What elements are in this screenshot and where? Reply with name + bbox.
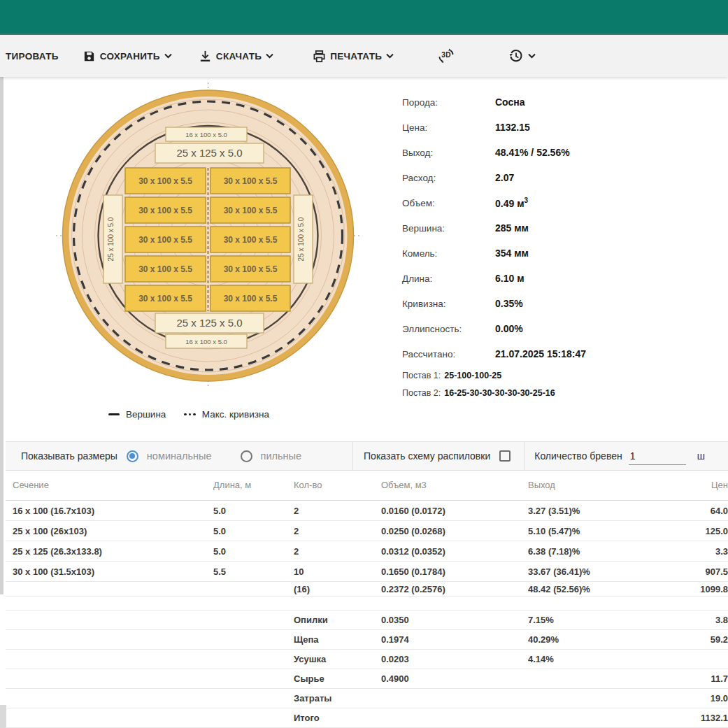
log-count-unit: ш [697,450,705,462]
prop-postav-1: Постав 1:25-100-100-25 [402,366,725,384]
svg-text:30 x 100 x 5.5: 30 x 100 x 5.5 [224,206,278,215]
radio-saw-label[interactable]: пильные [261,450,301,462]
results-table: Сечение Длина, м Кол-во Объем, м3 Выход … [6,469,728,728]
print-button[interactable]: ПЕЧАТАТЬ [308,49,398,64]
board-30x100-row5-left[interactable]: 30 x 100 x 5.5 [125,285,206,311]
svg-text:30 x 100 x 5.5: 30 x 100 x 5.5 [224,235,278,245]
board-16x100-top[interactable]: 16 x 100 x 5.0 [166,127,247,141]
board-25x100-left[interactable]: 25 x 100 x 5.0 [104,195,122,283]
legend-top-label: Вершина [126,409,166,420]
radio-nominal-label[interactable]: номинальные [147,450,212,462]
radio-saw-sizes[interactable] [241,450,252,462]
download-button[interactable]: СКАЧАТЬ [194,49,278,64]
svg-text:30 x 100 x 5.5: 30 x 100 x 5.5 [138,264,192,274]
dotted-line-swatch [184,413,196,416]
svg-text:30 x 100 x 5.5: 30 x 100 x 5.5 [138,235,192,245]
table-row: 25 x 125 (26.3x133.8)5.020.0312 (0.0352)… [6,541,728,562]
prop-curvature: Кривизна:0.35% [402,291,725,316]
view-3d-button[interactable]: 3D [431,46,461,66]
chevron-down-icon [528,53,536,59]
rotate-3d-icon: 3D [436,47,457,65]
app-header-bar [0,0,728,35]
svg-text:25 x 125 x 5.0: 25 x 125 x 5.0 [176,147,242,159]
legend-curvature-label: Макс. кривизна [202,409,269,420]
board-30x100-row1-right[interactable]: 30 x 100 x 5.5 [210,168,290,194]
log-count-input[interactable] [629,448,686,465]
download-icon [199,50,212,63]
board-30x100-row2-left[interactable]: 30 x 100 x 5.5 [125,197,206,223]
table-row-sawdust: Опилки0.03507.15%3.8 [6,611,728,630]
svg-text:3D: 3D [442,51,451,59]
prop-length: Длина:6.10 м [402,266,725,291]
prop-ellipticity: Эллипсность:0.00% [402,316,725,341]
table-row: 30 x 100 (31.5x103)5.5100.1650 (0.1784)3… [6,562,728,582]
table-row-shrinkage: Усушка0.02034.14% [6,650,728,669]
svg-text:25 x 100 x 5.0: 25 x 100 x 5.0 [107,217,115,261]
download-button-label: СКАЧАТЬ [216,51,262,62]
table-row-raw-material: Сырье0.490011.7 [6,669,728,689]
board-16x100-bottom[interactable]: 16 x 100 x 5.0 [166,334,247,348]
chevron-down-icon [386,53,394,59]
prop-top-diameter: Вершина:285 мм [402,215,725,241]
table-row: 25 x 100 (26x103)5.020.0250 (0.0268)5.10… [6,521,728,541]
edit-button[interactable]: ТИРОВАТЬ [1,50,63,62]
diagram-legend: Вершина Макс. кривизна [108,409,269,420]
svg-text:25 x 100 x 5.0: 25 x 100 x 5.0 [297,217,305,261]
board-30x100-row4-right[interactable]: 30 x 100 x 5.5 [210,256,290,282]
board-30x100-row4-left[interactable]: 30 x 100 x 5.5 [125,256,206,282]
save-icon [83,50,96,63]
history-icon [508,48,524,64]
table-row-chips: Щепа0.197440.29%59.2 [6,630,728,650]
table-row-total: Итого1132.1 [6,708,728,728]
radio-nominal-sizes[interactable] [127,450,138,462]
board-25x125-top[interactable]: 25 x 125 x 5.0 [155,143,264,163]
log-cross-section-diagram: 16 x 100 x 5.0 25 x 125 x 5.0 30 x 100 x… [56,83,362,389]
board-25x125-bottom[interactable]: 25 x 125 x 5.0 [155,313,264,333]
svg-text:30 x 100 x 5.5: 30 x 100 x 5.5 [138,294,192,304]
prop-consumption: Расход:2.07 [402,165,725,190]
log-count-label: Количество бревен [534,450,622,462]
solid-line-swatch [108,413,120,415]
prop-species: Порода:Сосна [402,90,725,115]
history-button[interactable] [504,48,540,64]
table-totals-row: (16)0.2372 (0.2576)48.42 (52.56)%1099.8 [6,582,728,597]
print-icon [313,50,326,63]
board-30x100-row5-right[interactable]: 30 x 100 x 5.5 [210,285,290,311]
prop-yield: Выход:48.41% / 52.56% [402,140,725,165]
show-scheme-label: Показать схему распиловки [364,450,490,462]
save-button[interactable]: СОХРАНИТЬ [78,49,176,64]
svg-text:30 x 100 x 5.5: 30 x 100 x 5.5 [138,206,192,215]
divider [524,442,524,470]
print-button-label: ПЕЧАТАТЬ [330,51,382,62]
prop-calculated: Рассчитано:21.07.2025 15:18:47 [402,341,725,366]
save-button-label: СОХРАНИТЬ [100,51,160,62]
edit-button-label: ТИРОВАТЬ [6,51,59,62]
chevron-down-icon [164,53,172,59]
svg-text:30 x 100 x 5.5: 30 x 100 x 5.5 [224,176,278,186]
toolbar: ТИРОВАТЬ СОХРАНИТЬ СКАЧАТЬ ПЕЧАТАТ [0,35,728,77]
prop-volume: Объем:0.49 м3 [402,190,725,215]
log-properties-panel: Порода:Сосна Цена:1132.15 Выход:48.41% /… [402,90,725,401]
divider [352,442,353,470]
prop-price: Цена:1132.15 [402,115,725,140]
vertical-scrollbar[interactable] [0,77,3,594]
svg-text:30 x 100 x 5.5: 30 x 100 x 5.5 [138,176,192,186]
options-bar: Показывать размеры номинальные пильные П… [6,441,728,471]
svg-text:25 x 125 x 5.0: 25 x 125 x 5.0 [176,317,242,329]
prop-postav-2: Постав 2:16-25-30-30-30-30-30-25-16 [402,384,725,401]
svg-text:16 x 100 x 5.0: 16 x 100 x 5.0 [185,338,227,345]
board-30x100-row3-left[interactable]: 30 x 100 x 5.5 [125,227,206,252]
table-row: 16 x 100 (16.7x103)5.020.0160 (0.0172)3.… [6,501,728,521]
board-30x100-row2-right[interactable]: 30 x 100 x 5.5 [210,197,290,223]
svg-text:30 x 100 x 5.5: 30 x 100 x 5.5 [224,264,278,274]
svg-text:16 x 100 x 5.0: 16 x 100 x 5.0 [185,131,227,138]
prop-butt-diameter: Комель:354 мм [402,241,725,266]
board-30x100-row3-right[interactable]: 30 x 100 x 5.5 [210,227,290,252]
board-30x100-row1-left[interactable]: 30 x 100 x 5.5 [125,168,206,194]
show-scheme-checkbox[interactable] [499,450,511,462]
show-sizes-label: Показывать размеры [21,450,117,462]
svg-text:30 x 100 x 5.5: 30 x 100 x 5.5 [224,294,278,304]
table-spacer-row [6,597,728,611]
table-header-row: Сечение Длина, м Кол-во Объем, м3 Выход … [6,469,728,501]
board-25x100-right[interactable]: 25 x 100 x 5.0 [294,195,313,283]
